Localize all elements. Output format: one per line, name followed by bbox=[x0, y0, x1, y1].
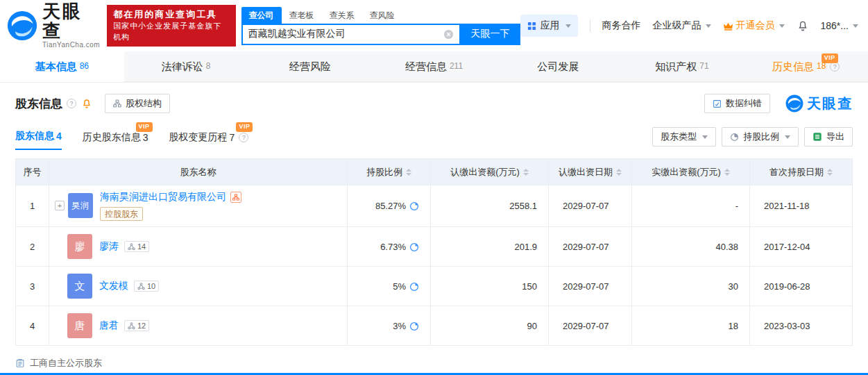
col-header-sub-date[interactable]: 认缴出资日期 bbox=[549, 159, 632, 185]
section-title: 股东信息 bbox=[15, 96, 62, 112]
table-row: 3 文 文发模 10 5% 150 2029-07-07 30 2019-06-… bbox=[16, 267, 853, 306]
subtab-history-shareholders[interactable]: VIP 历史股东信息 3 bbox=[83, 131, 148, 150]
header-right-nav: 应用 商务合作 企业级产品 开通会员 186*... bbox=[520, 15, 858, 37]
shareholder-type-dropdown[interactable]: 股东类型 bbox=[652, 127, 716, 147]
avatar[interactable]: 文 bbox=[67, 274, 92, 299]
col-header-paid[interactable]: 实缴出资额(万元) bbox=[632, 159, 750, 185]
tab-company-development[interactable]: 公司发展 bbox=[496, 51, 620, 82]
holding-ratio-value: 5% bbox=[393, 281, 406, 292]
tab-count: 86 bbox=[80, 61, 89, 71]
search-input[interactable] bbox=[248, 28, 443, 40]
shareholder-name-link[interactable]: 唐君 bbox=[99, 319, 119, 332]
paid-amount: - bbox=[632, 185, 750, 227]
table-row: 2 廖 廖涛 14 6.73% 201.9 2029-07-07 40.38 2… bbox=[16, 227, 853, 267]
expand-row-button[interactable]: + bbox=[55, 201, 65, 210]
pie-chart-icon[interactable] bbox=[409, 201, 419, 211]
col-header-subscribed[interactable]: 认缴出资额(万元) bbox=[431, 159, 549, 185]
subtab-count: 4 bbox=[56, 131, 62, 142]
shareholder-subtabs: 股东信息 4 VIP 历史股东信息 3 VIP 股权变更历程 7 ? 股东类型 … bbox=[15, 127, 853, 150]
search-button[interactable]: 天眼一下 bbox=[461, 24, 520, 45]
col-header-label: 首次持股日期 bbox=[769, 166, 824, 178]
paid-amount: 40.38 bbox=[632, 227, 750, 267]
nav-enterprise-products[interactable]: 企业级产品 bbox=[653, 19, 711, 32]
clear-input-icon[interactable] bbox=[443, 29, 454, 40]
partner-count-badge[interactable]: 12 bbox=[124, 320, 149, 331]
watermark-logo-text: 天眼查 bbox=[807, 94, 853, 113]
account-menu[interactable]: 186*... bbox=[821, 20, 858, 31]
subtab-label: 历史股东信息 bbox=[83, 131, 141, 144]
search-tab-boss[interactable]: 查老板 bbox=[282, 7, 322, 24]
col-header-name: 股东名称 bbox=[49, 159, 348, 185]
subscribed-amount: 90 bbox=[431, 306, 549, 346]
table-header-row: 序号 股东名称 持股比例 认缴出资额(万元) 认缴出资日期 实缴出资额(万元) … bbox=[16, 159, 853, 185]
chevron-down-icon bbox=[706, 24, 711, 28]
help-icon[interactable]: ? bbox=[67, 99, 76, 108]
paid-amount: 18 bbox=[632, 306, 750, 346]
shareholder-name-link[interactable]: 海南昊润进出口贸易有限公司 bbox=[100, 191, 226, 203]
subscribed-amount: 150 bbox=[431, 267, 549, 306]
tab-intellectual-property[interactable]: 知识产权71 bbox=[620, 51, 744, 82]
table-row: 4 唐 唐君 12 3% 90 2029-07-07 18 2023-03-03 bbox=[16, 306, 853, 346]
search-tab-relation[interactable]: 查关系 bbox=[322, 7, 362, 24]
tab-label: 经营风险 bbox=[289, 60, 331, 74]
sort-icon[interactable] bbox=[724, 169, 730, 176]
first-holding-date: 2023-03-03 bbox=[750, 306, 853, 346]
tab-legal-litigation[interactable]: 法律诉讼8 bbox=[124, 51, 248, 82]
partner-count-badge[interactable]: 10 bbox=[134, 281, 159, 292]
subtab-label: 股权变更历程 bbox=[169, 131, 228, 144]
top-header: 天眼查 TianYanCha.com 都在用的商业查询工具 国家中小企业发展子基… bbox=[0, 0, 868, 51]
subtab-shareholders[interactable]: 股东信息 4 bbox=[15, 130, 62, 150]
pie-chart-icon[interactable] bbox=[409, 242, 419, 252]
data-correction-button[interactable]: 数据纠错 bbox=[704, 94, 770, 113]
tab-label: 知识产权 bbox=[655, 60, 697, 74]
tab-operating-risk[interactable]: 经营风险 bbox=[248, 51, 372, 82]
help-icon[interactable]: ? bbox=[830, 62, 840, 72]
sort-icon[interactable] bbox=[616, 169, 622, 176]
shareholder-name-link[interactable]: 文发模 bbox=[99, 280, 128, 292]
pie-chart-icon[interactable] bbox=[409, 282, 419, 292]
col-header-ratio[interactable]: 持股比例 bbox=[348, 159, 431, 185]
equity-structure-icon[interactable] bbox=[230, 192, 241, 203]
holding-ratio-dropdown[interactable]: 持股比例 bbox=[722, 127, 799, 147]
divider bbox=[590, 19, 590, 32]
subscribed-date: 2029-07-07 bbox=[549, 267, 632, 306]
tab-operating-info[interactable]: 经营信息211 bbox=[372, 51, 496, 82]
first-holding-date: 2021-11-18 bbox=[750, 185, 853, 227]
partner-count-badge[interactable]: 14 bbox=[124, 241, 149, 252]
sort-icon[interactable] bbox=[827, 169, 833, 176]
logo-domain: TianYanCha.com bbox=[42, 42, 100, 49]
equity-structure-button[interactable]: 股权结构 bbox=[105, 94, 170, 113]
subtab-equity-change-history[interactable]: VIP 股权变更历程 7 ? bbox=[169, 131, 249, 150]
nav-open-vip[interactable]: 开通会员 bbox=[723, 19, 785, 32]
sort-icon[interactable] bbox=[523, 169, 529, 176]
row-index: 1 bbox=[16, 185, 49, 227]
pie-chart-icon[interactable] bbox=[409, 322, 419, 331]
first-holding-date: 2017-12-04 bbox=[750, 227, 853, 267]
nav-business-cooperation[interactable]: 商务合作 bbox=[602, 19, 641, 32]
apps-menu[interactable]: 应用 bbox=[520, 15, 578, 37]
search-tab-risk[interactable]: 查风险 bbox=[362, 7, 402, 24]
table-filters: 股东类型 持股比例 导出 bbox=[652, 127, 853, 150]
tab-history-info[interactable]: VIP 历史信息18 ? bbox=[744, 51, 868, 82]
network-icon bbox=[137, 283, 145, 290]
col-header-first-date[interactable]: 首次持股日期 bbox=[750, 159, 853, 185]
promo-banner: 都在用的商业查询工具 国家中小企业发展子基金旗下机构 bbox=[107, 5, 235, 47]
help-icon[interactable]: ? bbox=[239, 133, 248, 142]
tianyancha-logo[interactable]: 天眼查 TianYanCha.com bbox=[7, 2, 100, 49]
tab-count: 211 bbox=[450, 61, 463, 71]
avatar[interactable]: 昊润 bbox=[68, 193, 93, 218]
export-button[interactable]: 导出 bbox=[804, 127, 853, 147]
shareholder-name-link[interactable]: 廖涛 bbox=[99, 240, 119, 253]
notification-bell-icon[interactable] bbox=[797, 19, 809, 32]
avatar[interactable]: 廖 bbox=[67, 234, 92, 259]
vip-badge: VIP bbox=[136, 122, 153, 132]
chevron-down-icon bbox=[702, 135, 708, 139]
avatar[interactable]: 唐 bbox=[67, 313, 92, 338]
sort-icon[interactable] bbox=[406, 169, 411, 176]
tab-label: 经营信息 bbox=[405, 60, 447, 74]
chevron-down-icon bbox=[779, 24, 785, 28]
tab-basic-info[interactable]: 基本信息86 bbox=[0, 51, 124, 82]
subscribe-bell-icon[interactable] bbox=[81, 98, 92, 109]
search-tab-company[interactable]: 查公司 bbox=[241, 7, 282, 24]
promo-line1: 都在用的商业查询工具 bbox=[113, 8, 229, 22]
